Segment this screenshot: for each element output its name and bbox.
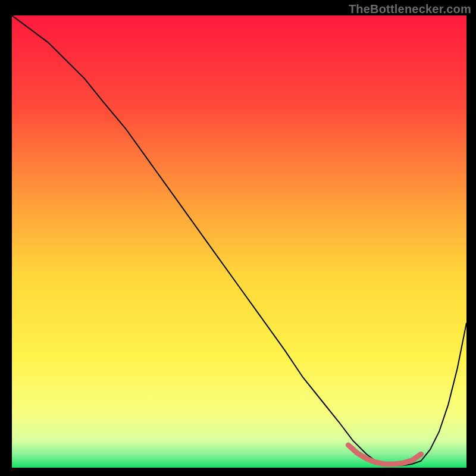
watermark-text: TheBottlenecker.com: [349, 2, 471, 16]
chart-container: TheBottlenecker.com: [0, 0, 476, 476]
chart-frame: [12, 15, 466, 468]
chart-svg: [12, 15, 466, 468]
chart-background: [12, 15, 466, 468]
